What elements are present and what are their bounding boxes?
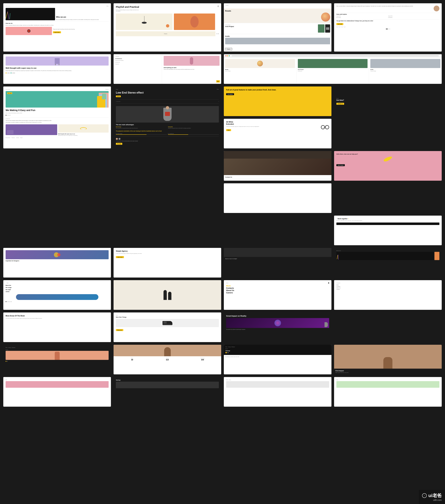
work-together-title: Work together xyxy=(337,218,348,219)
rowds-title: Rowds xyxy=(225,10,330,12)
learn-more-btn[interactable]: Learn more xyxy=(53,31,61,33)
inspiration-title: Inspiration for Designers xyxy=(6,260,109,261)
kooks-image xyxy=(225,38,330,44)
trophies-grid: Award 2022 Award 2021 Best Design Gold M… xyxy=(336,16,439,18)
social-section xyxy=(336,26,439,28)
impact-title: Great Impact on Reality xyxy=(226,315,329,317)
social-f[interactable] xyxy=(336,26,338,28)
simple-agency-btn[interactable]: Learn more xyxy=(116,256,124,258)
portfolio-nav: Portfolio xyxy=(224,3,332,9)
card-filler2: Startup xyxy=(113,377,221,407)
nav-list-label: Navigation xyxy=(336,283,439,284)
filler3-image xyxy=(226,381,329,388)
how-text: Things that make the world go round and … xyxy=(53,27,109,35)
pricing-nav-startup[interactable]: Startup xyxy=(8,347,11,348)
dark-bar xyxy=(336,222,439,225)
filler4-image xyxy=(336,381,439,388)
nav-visual[interactable]: Visual Arts xyxy=(115,62,160,63)
portfolio-col3: Kooks Product Design xyxy=(369,58,442,83)
impact-image xyxy=(226,318,329,328)
nav-contemporary[interactable]: Contemporary xyxy=(115,58,160,59)
nav-item-careers[interactable]: Careers xyxy=(336,289,439,290)
playfull-title: Playfull and Practical xyxy=(116,6,139,8)
filler1-label: $10 xyxy=(6,379,109,380)
making-title: We Making It Easy and Fun xyxy=(6,109,109,112)
intro-section: Hello, my name is Bella, I'm interactive… xyxy=(336,6,439,11)
got-idea-btn[interactable]: Contact us xyxy=(336,103,344,105)
projects-label[interactable]: Projects xyxy=(225,48,232,50)
card-pricing-dark: Basic Startup Enterprise Pricing xyxy=(3,345,111,374)
visual-section xyxy=(116,14,219,30)
card-simple-agency: Simple Agency A clean and minimal agency… xyxy=(113,248,221,278)
nav-item-contacts[interactable]: Contacts xyxy=(336,286,439,287)
social-i[interactable] xyxy=(341,26,343,28)
well-thought-bottom: Well thought with super easy to use xyxy=(58,133,109,135)
bottom-row: Features 01 / 03 xyxy=(116,31,219,36)
hello-btn[interactable]: Get in touch xyxy=(336,164,345,166)
extended-title: Extended- xyxy=(226,123,260,125)
card-first-impact: First Impact Make a great impression eve… xyxy=(334,345,442,374)
nav-about[interactable]: About Us xyxy=(226,289,329,291)
talk-btn[interactable]: Let's talk xyxy=(336,23,343,25)
work-together-text: We love to collab with curious and smart… xyxy=(336,220,439,221)
portfolio-img1 xyxy=(225,59,295,68)
all-white-text: A clean and minimalist approach to desig… xyxy=(226,126,260,127)
nav-ar[interactable]: Augmented Reality xyxy=(115,60,160,61)
simple-agency-text: A clean and minimal agency website with … xyxy=(116,253,219,254)
brain-text: The human brain is the most complex orga… xyxy=(6,318,109,319)
nav-work[interactable]: Work xyxy=(226,285,329,287)
startup-white-section: Everything you need to start and scale. xyxy=(224,355,332,359)
projects-label-section: Projects xyxy=(224,46,332,52)
card-inspiration: Inspiration for Designers xyxy=(3,248,111,278)
card-nav: Who we are Menu xyxy=(6,6,109,7)
contact-text-area: Contact Us xyxy=(224,175,332,181)
stop-by-image xyxy=(224,248,332,257)
well-thought-text: Making things right from the beginning i… xyxy=(6,70,109,72)
social-t[interactable] xyxy=(339,26,340,28)
card-contact-us: Contact Us xyxy=(224,151,332,181)
nav-item-work[interactable]: Work xyxy=(336,285,439,286)
card-features-list: Categories Contemporary Augmented Realit… xyxy=(113,54,221,84)
social-d[interactable] xyxy=(344,26,345,28)
shop-now-btn[interactable]: Shop now xyxy=(116,329,123,331)
section2-text: We are constantly finding new ways to de… xyxy=(6,25,109,26)
got-idea-title: Got Idea? xyxy=(336,99,439,101)
pricing-cols: Basic $9 Startup $19 Enterprise $49 xyxy=(113,356,221,362)
portfolio-col1: Rowds Interior Design xyxy=(224,58,297,83)
card-back-range: ← Back Back the the range the style seri… xyxy=(3,280,111,310)
arm-image xyxy=(6,351,109,360)
card-stop-by xyxy=(224,183,332,213)
pricing-nav-enterprise[interactable]: Enterprise xyxy=(12,347,15,348)
get-started-btn[interactable]: Get started xyxy=(226,93,234,95)
price-startup: Startup $19 xyxy=(150,358,185,361)
square-dot xyxy=(328,283,329,284)
hero-image-dark xyxy=(6,8,55,20)
all-white-btn[interactable]: View xyxy=(226,129,231,131)
nav-careers[interactable]: Careers xyxy=(226,292,329,294)
bottom-section: Well thought with super easy to use Maki… xyxy=(6,124,109,136)
first-impact-text: Make a great impression every time. xyxy=(335,372,440,373)
card-nav-list: Navigation Work Contacts About Us Career… xyxy=(334,280,442,310)
low-end-title: Low End Stereo effect xyxy=(116,91,219,94)
card-brain: Most Areas Of The Brain The human brain … xyxy=(3,312,111,342)
back-lines: Back the the range the style series xyxy=(6,285,109,293)
feature-col2: Flowing Mix Physical constraints that ar… xyxy=(168,126,219,129)
nav-item-about[interactable]: About Us xyxy=(336,288,439,288)
pricing-nav-basic[interactable]: Basic xyxy=(6,347,8,348)
bottom-nav: Brand Name Features Contact About xyxy=(6,137,109,138)
portfolio-grid: Rowds Interior Design Arch Project Archi… xyxy=(224,58,442,83)
stop-by-text: Stop by to say Hi, stranger! xyxy=(225,258,330,259)
nav-features[interactable]: Features xyxy=(115,64,160,65)
arch-text: Interior Design Arch Project xyxy=(225,24,317,33)
card-header: Playfull and Practical We are constantly… xyxy=(116,6,219,12)
filler4-label: More xyxy=(336,379,439,380)
trophies-title: Some wall trophies xyxy=(336,14,439,15)
card-bella: Hello, my name is Bella, I'm interactive… xyxy=(334,3,442,52)
features-content: Add anything you want. The two main adva… xyxy=(162,54,221,84)
try-now-btn[interactable]: Try now xyxy=(116,143,122,145)
section2-title: How we do xyxy=(6,23,109,24)
nav-contacts[interactable]: Contacts xyxy=(226,287,329,289)
first-impact-title: First Impact xyxy=(335,370,440,372)
work-together-header: ✦ Work together ✦ xyxy=(336,218,439,219)
sphere xyxy=(321,13,330,22)
